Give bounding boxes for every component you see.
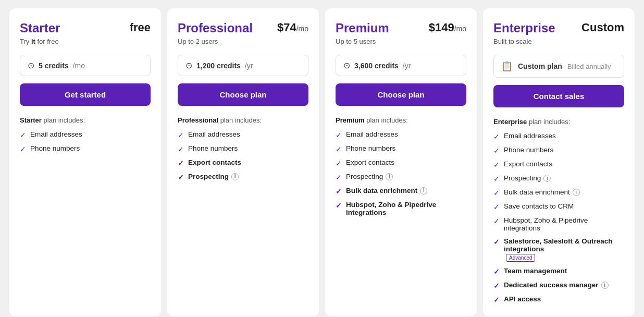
feature-item: ✓Email addresses [493, 132, 624, 141]
feature-text: Team management [504, 267, 567, 275]
feature-item: ✓Email addresses [336, 130, 466, 139]
feature-text: Bulk data enrichmenti [346, 187, 427, 194]
check-icon: ✓ [20, 131, 26, 139]
plan-header-enterprise: EnterpriseCustom [493, 21, 624, 35]
credits-period: /yr [245, 62, 253, 70]
feature-text: Phone numbers [504, 146, 553, 154]
check-icon: ✓ [336, 187, 342, 196]
feature-text: Prospectingi [188, 173, 239, 180]
plan-subtitle-starter: Try it for free [20, 38, 151, 45]
check-icon: ✓ [493, 217, 500, 225]
credits-icon: ⊙ [185, 60, 192, 70]
credits-icon: ⊙ [343, 60, 350, 70]
feature-item: ✓API access [493, 295, 624, 304]
plan-subtitle-enterprise: Built to scale [493, 38, 624, 45]
feature-item: ✓Phone numbers [178, 144, 308, 153]
check-icon: ✓ [178, 131, 184, 139]
feature-text: Email addresses [346, 130, 398, 138]
check-icon: ✓ [178, 173, 184, 181]
feature-item: ✓Email addresses [20, 130, 151, 139]
feature-text: Export contacts [346, 159, 394, 166]
feature-item: ✓Dedicated success manageri [493, 281, 624, 290]
billed-annually-label: Billed annually [567, 63, 611, 70]
cta-button-enterprise[interactable]: Contact sales [493, 85, 624, 107]
credits-box-professional: ⊙ 1,200 credits /yr [178, 55, 308, 76]
feature-text: Export contacts [504, 160, 552, 168]
pricing-grid: StarterfreeTry it for free ⊙ 5 credits /… [9, 8, 635, 316]
plan-header-starter: Starterfree [20, 21, 151, 35]
check-icon: ✓ [493, 175, 500, 183]
check-icon: ✓ [336, 173, 342, 181]
plan-price-starter: free [130, 21, 151, 34]
credits-amount: 5 credits [39, 62, 69, 70]
cta-button-starter[interactable]: Get started [20, 83, 151, 106]
plan-card-starter: StarterfreeTry it for free ⊙ 5 credits /… [9, 8, 161, 316]
check-icon: ✓ [493, 147, 500, 155]
check-icon: ✓ [493, 296, 500, 304]
plan-header-professional: Professional$74/mo [178, 21, 308, 35]
plan-card-professional: Professional$74/moUp to 2 users ⊙ 1,200 … [167, 8, 319, 316]
feature-text: Email addresses [30, 130, 82, 138]
cta-button-professional[interactable]: Choose plan [178, 83, 308, 106]
plan-price-premium: $149/mo [429, 21, 466, 34]
feature-item: ✓Hubspot, Zoho & Pipedrive integrations [336, 201, 466, 216]
includes-label-enterprise: Enterprise plan includes: [493, 118, 624, 126]
feature-text: Bulk data enrichmenti [504, 188, 580, 196]
check-icon: ✓ [493, 203, 500, 211]
credits-period: /yr [403, 62, 411, 70]
feature-item: ✓Bulk data enrichmenti [336, 187, 466, 196]
includes-label-starter: Starter plan includes: [20, 116, 151, 124]
plan-name-premium: Premium [336, 21, 389, 35]
feature-text: Prospectingi [504, 174, 551, 182]
feature-text: Phone numbers [30, 144, 80, 152]
custom-plan-label: Custom plan [518, 62, 562, 70]
feature-item: ✓Prospectingi [493, 174, 624, 183]
feature-text: Prospectingi [346, 173, 393, 180]
info-icon[interactable]: i [231, 173, 239, 180]
info-icon[interactable]: i [543, 175, 551, 182]
feature-item: ✓Phone numbers [20, 144, 151, 153]
plan-card-enterprise: EnterpriseCustomBuilt to scale 📋 Custom … [483, 8, 635, 316]
info-icon[interactable]: i [573, 189, 580, 196]
feature-item: ✓Salesforce, Salesloft & Outreach integr… [493, 237, 624, 262]
check-icon: ✓ [493, 132, 500, 141]
check-icon: ✓ [20, 145, 26, 153]
check-icon: ✓ [493, 282, 500, 290]
info-icon[interactable]: i [601, 282, 609, 289]
feature-item: ✓Team management [493, 267, 624, 276]
check-icon: ✓ [493, 161, 500, 169]
feature-item: ✓Phone numbers [493, 146, 624, 155]
plan-header-premium: Premium$149/mo [336, 21, 466, 35]
credits-icon: ⊙ [28, 60, 34, 70]
feature-text: Salesforce, Salesloft & Outreach integra… [504, 237, 624, 262]
feature-text: Save contacts to CRM [504, 202, 574, 210]
feature-item: ✓Bulk data enrichmenti [493, 188, 624, 197]
check-icon: ✓ [336, 159, 342, 167]
custom-billing-box: 📋 Custom plan Billed annually [493, 55, 624, 78]
feature-text: Dedicated success manageri [504, 281, 609, 289]
check-icon: ✓ [178, 145, 184, 153]
feature-item: ✓Hubspot, Zoho & Pipedrive integrations [493, 216, 624, 232]
feature-text: Phone numbers [188, 144, 238, 152]
info-icon[interactable]: i [420, 187, 427, 194]
feature-item: ✓Save contacts to CRM [493, 202, 624, 211]
feature-list-premium: ✓Email addresses✓Phone numbers✓Export co… [336, 130, 466, 216]
credits-box-premium: ⊙ 3,600 credits /yr [336, 55, 466, 76]
plan-subtitle-professional: Up to 2 users [178, 38, 308, 45]
feature-list-starter: ✓Email addresses✓Phone numbers [20, 130, 151, 153]
check-icon: ✓ [493, 189, 500, 197]
info-icon[interactable]: i [386, 173, 393, 180]
check-icon: ✓ [336, 131, 342, 139]
feature-text: Email addresses [504, 132, 556, 140]
check-icon: ✓ [336, 201, 342, 210]
cta-button-premium[interactable]: Choose plan [336, 83, 466, 106]
plan-price-enterprise: Custom [581, 21, 624, 34]
plan-name-enterprise: Enterprise [493, 21, 555, 35]
plan-card-premium: Premium$149/moUp to 5 users ⊙ 3,600 cred… [325, 8, 477, 316]
check-icon: ✓ [178, 159, 184, 167]
includes-label-professional: Professional plan includes: [178, 116, 308, 124]
credits-box-starter: ⊙ 5 credits /mo [20, 55, 151, 76]
check-icon: ✓ [493, 267, 500, 276]
check-icon: ✓ [336, 145, 342, 153]
feature-item: ✓Export contacts [493, 160, 624, 169]
